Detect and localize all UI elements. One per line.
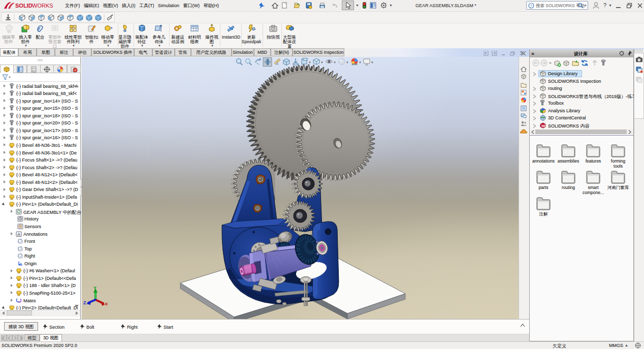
svg-text:▼: ▼ [359,61,362,64]
svg-text:▼: ▼ [371,61,374,64]
svg-text:▼: ▼ [320,61,324,64]
svg-text:▼: ▼ [333,61,336,64]
svg-text:Z: Z [83,300,86,305]
svg-text:▼: ▼ [346,61,349,64]
svg-text:SOLID: SOLID [15,3,33,9]
svg-text:Y: Y [93,285,96,291]
svg-text:A: A [17,232,20,237]
svg-text:WORKS: WORKS [32,3,53,9]
svg-text:x: x [105,301,108,306]
svg-text:SW: SW [541,124,545,128]
svg-text:A: A [276,61,279,66]
svg-text:PO: PO [32,70,36,73]
svg-text:?: ? [530,4,532,8]
svg-text:▼: ▼ [308,61,311,64]
